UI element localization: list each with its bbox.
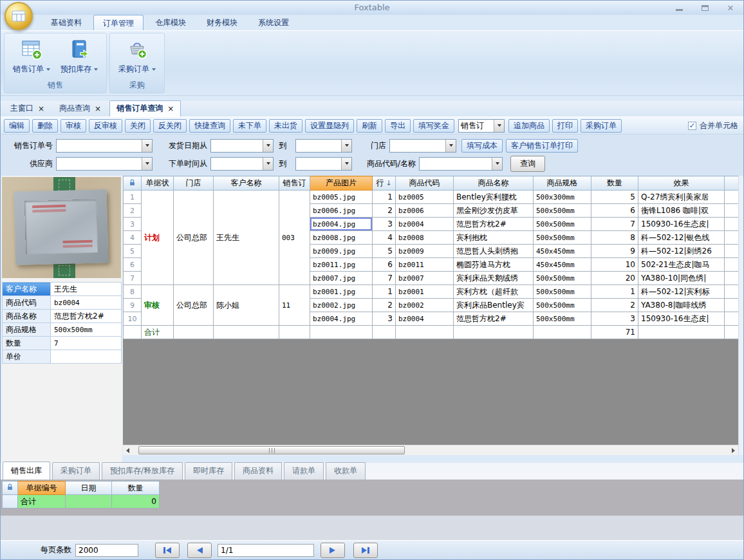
status-cell[interactable]: 计划 bbox=[142, 191, 174, 285]
product-code-cell[interactable]: bz0007 bbox=[396, 272, 454, 285]
product-name-cell[interactable]: 椭圆芬迪马方枕 bbox=[454, 258, 534, 272]
minimize-button[interactable] bbox=[674, 3, 684, 13]
row-number[interactable]: 10 bbox=[124, 312, 142, 326]
next-page-button[interactable] bbox=[321, 543, 345, 558]
detail-label[interactable]: 商品名称 bbox=[3, 310, 51, 323]
bottom-tab-receipt[interactable]: 收款单 bbox=[326, 462, 366, 480]
product-image-cell[interactable]: bz0009.jpg bbox=[310, 245, 373, 258]
status-cell[interactable]: 审核 bbox=[142, 285, 174, 326]
line-cell[interactable]: 7 bbox=[373, 272, 396, 285]
detail-label[interactable]: 商品规格 bbox=[3, 323, 51, 337]
close-tab-icon[interactable]: × bbox=[167, 104, 174, 113]
spec-cell[interactable]: 450x450mm bbox=[534, 258, 591, 272]
doc-tab-main-window[interactable]: 主窗口× bbox=[4, 101, 51, 117]
reopen-order-button[interactable]: 反关闭 bbox=[153, 119, 187, 133]
product-name-cell[interactable]: 黑金刚沙发仿皮草 bbox=[454, 204, 534, 218]
store-cell[interactable]: 公司总部 bbox=[174, 191, 214, 285]
supplier-combobox[interactable] bbox=[56, 157, 153, 171]
line-cell[interactable]: 2 bbox=[373, 299, 396, 312]
spec-cell[interactable]: 500x500mm bbox=[534, 231, 591, 245]
ribbon-tab-basic-data[interactable]: 基础资料 bbox=[42, 15, 91, 30]
col-header-product-image[interactable]: 产品图片 bbox=[310, 176, 373, 191]
line-cell[interactable]: 1 bbox=[373, 191, 396, 204]
detail-value[interactable]: 范思哲方枕2# bbox=[51, 310, 122, 323]
product-image-cell[interactable]: bz0006.jpg bbox=[310, 204, 373, 218]
store-cell[interactable]: 公司总部 bbox=[174, 285, 214, 326]
effect-cell[interactable]: 科—502-12|刺绣26 bbox=[638, 245, 725, 258]
product-code-cell[interactable]: bz0006 bbox=[396, 204, 454, 218]
col-header-doc-no[interactable]: 单据编号 bbox=[18, 481, 66, 495]
order-no-cell[interactable]: 003 bbox=[279, 191, 310, 285]
product-image-cell[interactable]: bz0007.jpg bbox=[310, 272, 373, 285]
last-page-button[interactable] bbox=[353, 543, 378, 558]
purchase-order-toolbar-button[interactable]: 采购订单 bbox=[581, 119, 622, 133]
ribbon-tab-warehouse[interactable]: 仓库模块 bbox=[146, 15, 195, 30]
qty-cell[interactable]: 8 bbox=[591, 231, 638, 245]
fill-bonus-button[interactable]: 填写奖金 bbox=[413, 119, 454, 133]
spec-cell[interactable]: 500x500mm bbox=[534, 285, 591, 299]
qty-cell[interactable]: 2 bbox=[591, 299, 638, 312]
detail-label[interactable]: 单价 bbox=[3, 350, 51, 364]
select-all-header[interactable] bbox=[3, 481, 18, 495]
purchase-order-button[interactable]: 采购订单 bbox=[113, 37, 161, 79]
product-code-cell[interactable]: bz0001 bbox=[396, 285, 454, 299]
row-number[interactable]: 6 bbox=[124, 258, 142, 272]
vertical-scrollbar[interactable] bbox=[738, 176, 744, 455]
order-time-to-combobox[interactable] bbox=[295, 157, 352, 171]
not-ordered-button[interactable]: 未下单 bbox=[233, 119, 266, 133]
bottom-tab-sales-outbound[interactable]: 销售出库 bbox=[3, 462, 50, 480]
effect-cell[interactable]: Q-27绣宾利|美家居 bbox=[638, 191, 725, 204]
spec-cell[interactable]: 500x500mm bbox=[534, 204, 591, 218]
refresh-button[interactable]: 刷新 bbox=[357, 119, 382, 133]
customer-cell[interactable]: 陈小姐 bbox=[214, 285, 279, 326]
row-number[interactable]: 9 bbox=[124, 299, 142, 312]
bottom-tab-reserve-release-stock[interactable]: 预扣库存/释放库存 bbox=[102, 462, 183, 480]
ship-date-from-combobox[interactable] bbox=[210, 139, 274, 153]
qty-cell[interactable]: 5 bbox=[591, 191, 638, 204]
append-product-button[interactable]: 追加商品 bbox=[508, 119, 550, 133]
effect-cell[interactable]: 科—502-12|银色线 bbox=[638, 231, 725, 245]
product-code-cell[interactable]: bz0004 bbox=[396, 312, 454, 326]
close-tab-icon[interactable]: × bbox=[38, 104, 44, 113]
scroll-right-icon[interactable] bbox=[732, 448, 735, 453]
product-image-cell[interactable]: bz0004.jpg bbox=[310, 312, 373, 326]
export-button[interactable]: 导出 bbox=[385, 119, 411, 133]
product-code-cell[interactable]: bz0008 bbox=[396, 231, 454, 245]
product-name-cell[interactable]: 宾利床品Bentley宾 bbox=[454, 299, 534, 312]
col-header-date[interactable]: 日期 bbox=[66, 481, 112, 495]
spec-cell[interactable]: 500x500mm bbox=[534, 299, 591, 312]
page-indicator-input[interactable] bbox=[218, 544, 314, 557]
bottom-tab-product-data[interactable]: 商品资料 bbox=[234, 462, 282, 480]
close-order-button[interactable]: 关闭 bbox=[125, 119, 151, 133]
line-cell[interactable]: 1 bbox=[373, 285, 396, 299]
line-cell[interactable]: 5 bbox=[373, 245, 396, 258]
detail-value[interactable]: 7 bbox=[51, 337, 122, 350]
row-number[interactable]: 2 bbox=[124, 204, 142, 218]
quick-query-button[interactable]: 快捷查询 bbox=[189, 119, 230, 133]
col-header-spec[interactable]: 商品规格 bbox=[534, 176, 591, 191]
detail-value[interactable]: bz0004 bbox=[51, 296, 122, 310]
col-header-status[interactable]: 单据状 bbox=[142, 176, 174, 191]
print-button[interactable]: 打印 bbox=[552, 119, 578, 133]
product-code-cell[interactable]: bz0009 bbox=[396, 245, 454, 258]
product-code-cell[interactable]: bz0011 bbox=[396, 258, 454, 272]
scroll-left-icon[interactable] bbox=[126, 448, 129, 453]
effect-cell[interactable]: 502-21生态皮|咖马 bbox=[638, 258, 725, 272]
spec-cell[interactable]: 500x500mm bbox=[534, 312, 591, 326]
product-name-cell[interactable]: 宾利抱枕 bbox=[454, 231, 534, 245]
line-cell[interactable]: 6 bbox=[373, 258, 396, 272]
spec-cell[interactable]: 500x500mm bbox=[534, 272, 591, 285]
store-combobox[interactable] bbox=[389, 139, 456, 153]
qty-cell[interactable]: 9 bbox=[591, 245, 638, 258]
not-shipped-button[interactable]: 未出货 bbox=[269, 119, 302, 133]
order-time-from-combobox[interactable] bbox=[210, 157, 274, 171]
line-cell[interactable]: 3 bbox=[373, 312, 396, 326]
ribbon-tab-system-settings[interactable]: 系统设置 bbox=[249, 15, 298, 30]
product-code-cell[interactable]: bz0004 bbox=[396, 218, 454, 231]
effect-cell[interactable]: 150930-16生态皮| bbox=[638, 312, 725, 326]
sales-order-no-combobox[interactable] bbox=[56, 139, 153, 153]
select-all-header[interactable] bbox=[124, 176, 142, 191]
previous-page-button[interactable] bbox=[187, 543, 212, 558]
unaudit-button[interactable]: 反审核 bbox=[89, 119, 122, 133]
qty-cell[interactable]: 3 bbox=[591, 312, 638, 326]
